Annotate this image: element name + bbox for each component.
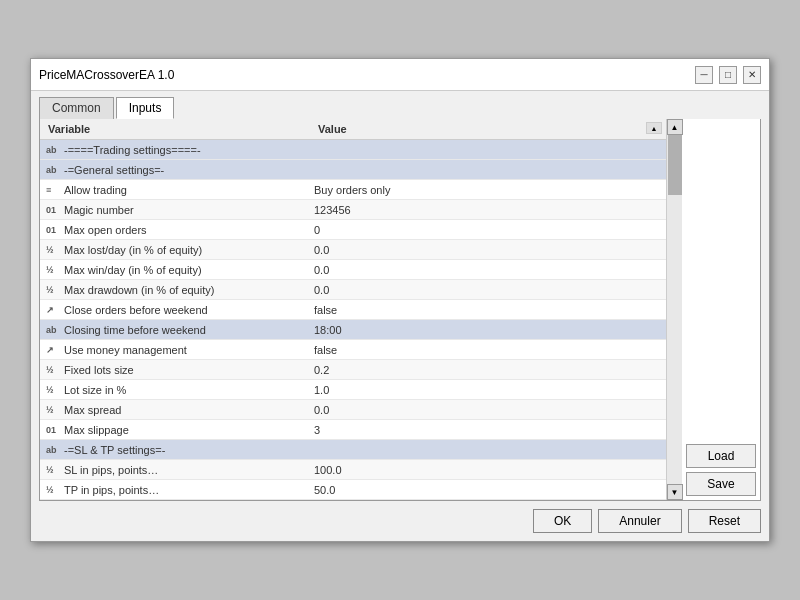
variable-name: -=SL & TP settings=- <box>64 444 165 456</box>
cell-value: Buy orders only <box>310 182 666 198</box>
cell-value: 3 <box>310 422 666 438</box>
cell-variable: ab-====Trading settings====- <box>40 142 310 158</box>
close-button[interactable]: ✕ <box>743 66 761 84</box>
variable-name: Max slippage <box>64 424 129 436</box>
table-row[interactable]: ½Max win/day (in % of equity)0.0 <box>40 260 666 280</box>
table-row[interactable]: 01Max open orders0 <box>40 220 666 240</box>
variable-name: Close orders before weekend <box>64 304 208 316</box>
title-bar: PriceMACrossoverEA 1.0 ─ □ ✕ <box>31 59 769 91</box>
cell-variable: ½Max drawdown (in % of equity) <box>40 282 310 298</box>
reset-button[interactable]: Reset <box>688 509 761 533</box>
table-row[interactable]: abClosing time before weekend18:00 <box>40 320 666 340</box>
table-header: Variable Value ▲ <box>40 119 666 140</box>
row-icon: ½ <box>46 285 60 295</box>
cell-value: 1.0 <box>310 382 666 398</box>
cell-value: 0.0 <box>310 402 666 418</box>
table-row[interactable]: ½Lot size in %1.0 <box>40 380 666 400</box>
table-row[interactable]: ½Fixed lots size0.2 <box>40 360 666 380</box>
scrollbar[interactable]: ▲ ▼ <box>666 119 682 500</box>
side-buttons: Load Save <box>682 119 760 500</box>
variable-name: Use money management <box>64 344 187 356</box>
load-button[interactable]: Load <box>686 444 756 468</box>
cell-value: 0.0 <box>310 242 666 258</box>
cell-variable: 01Max open orders <box>40 222 310 238</box>
cell-variable: ½Lot size in % <box>40 382 310 398</box>
variable-name: Max spread <box>64 404 121 416</box>
variable-name: Max lost/day (in % of equity) <box>64 244 202 256</box>
variable-name: Magic number <box>64 204 134 216</box>
cell-variable: ½Max lost/day (in % of equity) <box>40 242 310 258</box>
cell-value: false <box>310 302 666 318</box>
tab-bar: Common Inputs <box>31 91 769 119</box>
cell-variable: ab-=SL & TP settings=- <box>40 442 310 458</box>
cell-value <box>310 448 666 452</box>
scroll-up-arrow[interactable]: ▲ <box>667 119 683 135</box>
bottom-bar: OK Annuler Reset <box>31 501 769 541</box>
table-row[interactable]: ½SL in pips, points…100.0 <box>40 460 666 480</box>
row-icon: ½ <box>46 385 60 395</box>
variable-name: Closing time before weekend <box>64 324 206 336</box>
scroll-up-header[interactable]: ▲ <box>646 122 662 134</box>
cell-variable: ↗Close orders before weekend <box>40 302 310 318</box>
row-icon: ab <box>46 445 60 455</box>
maximize-button[interactable]: □ <box>719 66 737 84</box>
cell-value: 0.0 <box>310 262 666 278</box>
row-icon: 01 <box>46 425 60 435</box>
table-row[interactable]: ab-====Trading settings====- <box>40 140 666 160</box>
variable-name: Fixed lots size <box>64 364 134 376</box>
save-button[interactable]: Save <box>686 472 756 496</box>
table-row[interactable]: 01Magic number123456 <box>40 200 666 220</box>
cell-value: 0.2 <box>310 362 666 378</box>
cell-value: 123456 <box>310 202 666 218</box>
tab-common[interactable]: Common <box>39 97 114 119</box>
variable-name: Lot size in % <box>64 384 126 396</box>
row-icon: ab <box>46 325 60 335</box>
scroll-thumb[interactable] <box>668 135 682 195</box>
cell-variable: ½SL in pips, points… <box>40 462 310 478</box>
table-row[interactable]: ↗Close orders before weekendfalse <box>40 300 666 320</box>
table-row[interactable]: ↗Use money managementfalse <box>40 340 666 360</box>
col-variable-header: Variable <box>44 122 314 136</box>
cell-variable: ½Fixed lots size <box>40 362 310 378</box>
table-row[interactable]: ½Max spread0.0 <box>40 400 666 420</box>
cell-variable: 01Magic number <box>40 202 310 218</box>
row-icon: ↗ <box>46 305 60 315</box>
variable-name: Max open orders <box>64 224 147 236</box>
row-icon: 01 <box>46 225 60 235</box>
cell-value: 0 <box>310 222 666 238</box>
ok-button[interactable]: OK <box>533 509 592 533</box>
cell-value: 100.0 <box>310 462 666 478</box>
cell-value: 18:00 <box>310 322 666 338</box>
row-icon: ½ <box>46 465 60 475</box>
table-row[interactable]: ab-=SL & TP settings=- <box>40 440 666 460</box>
table-row[interactable]: ½TP in pips, points…50.0 <box>40 480 666 500</box>
row-icon: ab <box>46 145 60 155</box>
cell-variable: abClosing time before weekend <box>40 322 310 338</box>
table-row[interactable]: 01Max slippage3 <box>40 420 666 440</box>
variable-name: Allow trading <box>64 184 127 196</box>
tab-inputs[interactable]: Inputs <box>116 97 175 119</box>
table-row[interactable]: ab-=General settings=- <box>40 160 666 180</box>
row-icon: ½ <box>46 245 60 255</box>
variable-name: Max win/day (in % of equity) <box>64 264 202 276</box>
table-row[interactable]: ½Max lost/day (in % of equity)0.0 <box>40 240 666 260</box>
variable-name: Max drawdown (in % of equity) <box>64 284 214 296</box>
row-icon: ↗ <box>46 345 60 355</box>
variable-name: SL in pips, points… <box>64 464 158 476</box>
cell-value: false <box>310 342 666 358</box>
row-icon: 01 <box>46 205 60 215</box>
minimize-button[interactable]: ─ <box>695 66 713 84</box>
row-icon: ½ <box>46 365 60 375</box>
scroll-down-arrow[interactable]: ▼ <box>667 484 683 500</box>
window-controls: ─ □ ✕ <box>695 66 761 84</box>
table-row[interactable]: ≡Allow tradingBuy orders only <box>40 180 666 200</box>
cell-value <box>310 148 666 152</box>
params-table: Variable Value ▲ ab-====Trading settings… <box>40 119 666 500</box>
cell-value: 0.0 <box>310 282 666 298</box>
cancel-button[interactable]: Annuler <box>598 509 681 533</box>
variable-name: -====Trading settings====- <box>64 144 201 156</box>
cell-value <box>310 168 666 172</box>
scroll-track[interactable] <box>667 135 682 484</box>
table-row[interactable]: ½Max drawdown (in % of equity)0.0 <box>40 280 666 300</box>
cell-variable: ½TP in pips, points… <box>40 482 310 498</box>
